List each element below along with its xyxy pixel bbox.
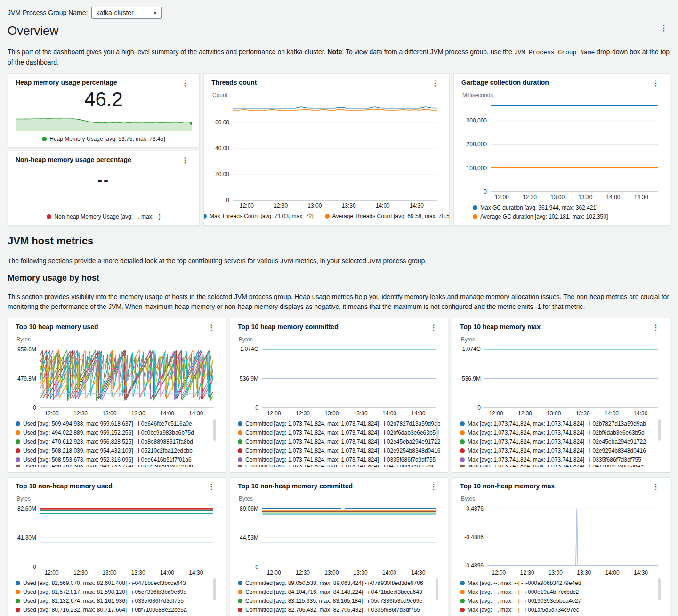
kebab-menu-icon[interactable]: ⋮ [649, 482, 662, 492]
svg-text:0: 0 [477, 405, 481, 411]
legend-item[interactable]: Max [avg: --, max: --] - i-00190393ebbda… [460, 597, 655, 605]
section-description: The following sections provide a more de… [8, 256, 670, 267]
legend-item[interactable]: Heap Memory Usage [avg: 53.75, max: 73.4… [42, 135, 165, 143]
kebab-menu-icon[interactable]: ⋮ [657, 24, 670, 33]
svg-text:1.074G: 1.074G [240, 346, 258, 352]
svg-text:40.00: 40.00 [215, 145, 229, 152]
legend-item[interactable]: Max [avg: --, max: --] - i-001af5d5d734c… [460, 606, 655, 614]
svg-text:13:00: 13:00 [307, 203, 322, 209]
svg-text:12:00: 12:00 [45, 410, 59, 417]
legend-item[interactable]: Max Threads Count [avg: 71.03, max: 72] [203, 212, 314, 220]
svg-text:14:00: 14:00 [376, 203, 390, 209]
legend-item[interactable]: Max [avg: 1,073,741,824, max: 1,073,741,… [460, 465, 655, 467]
svg-text:13:00: 13:00 [324, 410, 339, 417]
legend-item[interactable]: Average Threads Count [avg: 69.58, max: … [325, 212, 450, 220]
svg-text:13:00: 13:00 [550, 194, 565, 201]
legend-item[interactable]: Committed [avg: 82,706,432, max: 82,706,… [238, 606, 433, 614]
legend-item[interactable]: Committed [avg: 1,073,741,824, max: 1,07… [238, 438, 433, 446]
legend-item[interactable]: Committed [avg: 1,073,741,824, max: 1,07… [238, 447, 433, 454]
legend-scrollbar[interactable] [658, 419, 661, 441]
legend-item[interactable]: Average GC duration [avg: 102,181, max: … [473, 213, 662, 220]
legend-item[interactable]: Used [avg: 496,262,303, max: 949,733,274… [16, 465, 210, 467]
legend-item[interactable]: Max [avg: --, max: --] - i-000e19a4bf7cc… [460, 588, 655, 596]
svg-text:14:00: 14:00 [382, 410, 396, 417]
heap-usage-sparkline-chart[interactable] [16, 112, 192, 132]
legend-item[interactable]: Max [avg: 1,073,741,824, max: 1,073,741,… [460, 438, 655, 446]
legend-item[interactable]: Committed [avg: 1,073,741,824, max: 1,07… [238, 465, 433, 467]
legend-label: Used [avg: 508,218,039, max: 954,432,109… [23, 447, 193, 454]
legend-color-dot [325, 214, 330, 219]
legend-item[interactable]: Non-heap Memory Usage [avg: --, max: --] [47, 213, 160, 220]
kebab-menu-icon[interactable]: ⋮ [178, 156, 192, 165]
legend-item[interactable]: Committed [avg: 1,073,741,824, max: 1,07… [238, 456, 433, 463]
top10-heap-max-chart[interactable]: 0536.9M1.074G12:0012:3013:0013:3014:0014… [460, 344, 662, 417]
legend-item[interactable]: Max [avg: 1,073,741,824, max: 1,073,741,… [460, 456, 655, 463]
legend-item[interactable]: Committed [avg: 1,073,741,824, max: 1,07… [238, 429, 433, 437]
legend-item[interactable]: Used [avg: 508,553,673, max: 952,316,096… [16, 456, 210, 463]
overview-header-row: Overview ⋮ [8, 24, 670, 42]
svg-text:82.60M: 82.60M [17, 505, 36, 512]
kebab-menu-icon[interactable]: ⋮ [649, 323, 662, 332]
legend-scrollbar[interactable] [436, 419, 438, 441]
legend-scrollbar[interactable] [213, 419, 216, 441]
legend-scrollbar[interactable] [436, 578, 438, 600]
legend-item[interactable]: Committed [avg: 84,104,716, max: 84,148,… [238, 588, 433, 596]
svg-text:12:00: 12:00 [489, 410, 503, 417]
y-axis-label: Bytes [239, 336, 440, 343]
top10-nonheap-max-chart[interactable]: -0.4876-0.4886-0.489612:0012:3013:0013:3… [460, 503, 662, 576]
legend-label: Committed [avg: 82,706,432, max: 82,706,… [245, 606, 420, 614]
legend-item[interactable]: Committed [avg: 83,115,635, max: 83,165,… [238, 597, 433, 605]
widget-title: Top 10 heap memory max [460, 323, 541, 331]
svg-text:0: 0 [255, 405, 258, 411]
legend-label: Max [avg: 1,073,741,824, max: 1,073,741,… [468, 447, 646, 454]
legend-item[interactable]: Used [avg: 82,569,070, max: 82,601,408] … [16, 579, 210, 587]
legend-scrollbar[interactable] [213, 578, 216, 600]
legend-item[interactable]: Max [avg: 1,073,741,824, max: 1,073,741,… [460, 447, 655, 454]
legend-item[interactable]: Used [avg: 494,022,889, max: 959,152,256… [16, 429, 210, 437]
legend-item[interactable]: Committed [avg: 89,050,538, max: 89,063,… [238, 579, 433, 587]
svg-text:14:00: 14:00 [605, 569, 620, 576]
chart-legend: Committed [avg: 1,073,741,824, max: 1,07… [238, 420, 433, 467]
widget-gc-duration: Garbage collection duration ⋮ Millisecon… [453, 73, 670, 226]
threads-count-chart[interactable]: 020.0040.0060.0012:0012:3013:0013:3014:0… [211, 99, 442, 210]
top10-nonheap-committed-chart[interactable]: 044.53M89.06M12:0012:3013:0013:3014:0014… [238, 503, 440, 576]
legend-item[interactable]: Max GC duration [avg: 361,944, max: 362,… [473, 204, 662, 211]
legend-item[interactable]: Used [avg: 81,572,817, max: 81,598,120] … [16, 588, 210, 596]
process-group-select[interactable]: kafka-cluster ▼ [91, 7, 162, 19]
legend-scrollbar[interactable] [658, 578, 661, 600]
svg-text:100,000: 100,000 [467, 165, 487, 171]
legend-item[interactable]: Used [avg: 80,716,232, max: 80,717,664] … [16, 606, 210, 614]
legend-label: Used [avg: 496,262,303, max: 949,733,274… [23, 465, 193, 467]
legend-item[interactable]: Used [avg: 509,494,938, max: 959,618,637… [16, 420, 210, 428]
legend-item[interactable]: Used [avg: 81,132,674, max: 81,161,936] … [16, 597, 210, 605]
svg-text:12:30: 12:30 [73, 569, 88, 576]
legend-color-dot [460, 608, 465, 612]
legend-item[interactable]: Committed [avg: 1,073,741,824, max: 1,07… [238, 420, 433, 428]
svg-text:14:30: 14:30 [634, 194, 648, 201]
gc-duration-chart[interactable]: 0100,000200,000300,00012:0012:3013:0013:… [461, 99, 662, 201]
widget-top10-nonheap-used: Top 10 non-heap memory used ⋮ Bytes 041.… [8, 477, 226, 616]
top10-heap-used-chart[interactable]: 0479.8M959.6M12:0012:3013:0013:3014:0014… [16, 344, 218, 417]
svg-text:12:00: 12:00 [267, 569, 281, 576]
svg-text:959.6M: 959.6M [17, 346, 36, 352]
legend-item[interactable]: Max [avg: --, max: --] - i-000a906b34279… [460, 579, 655, 587]
kebab-menu-icon[interactable]: ⋮ [205, 482, 218, 492]
kebab-menu-icon[interactable]: ⋮ [427, 323, 440, 332]
kebab-menu-icon[interactable]: ⋮ [178, 79, 192, 88]
widget-title: Top 10 non-heap memory used [16, 482, 113, 490]
kebab-menu-icon[interactable]: ⋮ [649, 79, 662, 88]
kebab-menu-icon[interactable]: ⋮ [427, 482, 440, 492]
legend-item[interactable]: Used [avg: 508,218,039, max: 954,432,109… [16, 447, 210, 454]
legend-label: Max [avg: --, max: --] - i-00190393ebbda… [468, 597, 581, 605]
legend-item[interactable]: Max [avg: 1,073,741,824, max: 1,073,741,… [460, 420, 655, 428]
top10-nonheap-used-chart[interactable]: 041.30M82.60M12:0012:3013:0013:3014:0014… [16, 503, 218, 576]
legend-item[interactable]: Max [avg: 1,073,741,824, max: 1,073,741,… [460, 429, 655, 437]
kebab-menu-icon[interactable]: ⋮ [205, 323, 218, 332]
kebab-menu-icon[interactable]: ⋮ [428, 79, 442, 88]
svg-text:0: 0 [33, 405, 36, 411]
top10-heap-committed-chart[interactable]: 0536.9M1.074G12:0012:3013:0013:3014:0014… [238, 344, 440, 417]
legend-scroll-area: Committed [avg: 89,050,538, max: 89,063,… [238, 576, 440, 616]
widget-top10-heap-used: Top 10 heap memory used ⋮ Bytes 0479.8M9… [8, 318, 226, 472]
legend-label: Committed [avg: 1,073,741,824, max: 1,07… [245, 456, 436, 463]
legend-item[interactable]: Used [avg: 470,612,923, max: 956,828,525… [16, 438, 210, 446]
